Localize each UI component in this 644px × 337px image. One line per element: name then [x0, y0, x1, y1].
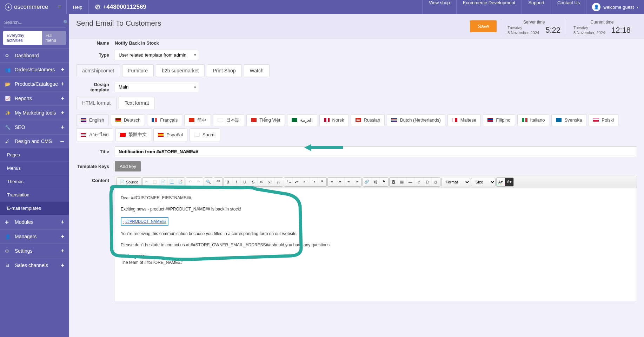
align-right-icon[interactable]: ≡ [345, 178, 353, 186]
undo-icon[interactable]: ↶ [186, 178, 194, 186]
top-link[interactable]: Ecommerce Development [457, 0, 522, 14]
logo[interactable]: ✦ oscommerce [0, 4, 53, 11]
image-icon[interactable]: 🖼 [390, 178, 398, 186]
language-tab[interactable]: Maltese [447, 114, 481, 126]
hamburger-icon[interactable]: ≡ [53, 4, 66, 10]
indent-icon[interactable]: ⇥ [310, 178, 318, 186]
bullet-list-icon[interactable]: •≡ [293, 178, 301, 186]
format-tab[interactable]: Text format [119, 97, 155, 109]
emoji-icon[interactable]: ☺ [415, 178, 423, 186]
shop-tab[interactable]: admshipcomet [76, 64, 120, 77]
align-left-icon[interactable]: ≡ [328, 178, 336, 186]
underline-icon[interactable]: U [241, 178, 249, 186]
subscript-icon[interactable]: x₂ [258, 178, 266, 186]
sidebar-item[interactable]: 📂Products/Catalogue+ [0, 77, 69, 91]
design-template-select[interactable]: Main [115, 82, 199, 92]
cut-icon[interactable]: ✂ [142, 178, 151, 186]
pagebreak-icon[interactable]: ⎙ [432, 178, 440, 186]
search-input-wrap[interactable]: 🔍 [4, 18, 66, 27]
align-center-icon[interactable]: ≡ [336, 178, 345, 186]
language-tab[interactable]: ภาษาไทย [76, 128, 113, 141]
phone[interactable]: ✆ +448000112569 [89, 4, 152, 11]
numbered-list-icon[interactable]: ⋮≡ [284, 178, 293, 186]
mode-full[interactable]: Full menu [42, 31, 66, 45]
size-select[interactable]: Size [471, 178, 496, 186]
language-tab[interactable]: 简中 [184, 114, 211, 126]
sidebar-item[interactable]: 👤Managers+ [0, 229, 69, 244]
language-tab[interactable]: Dutch (Netherlands) [387, 114, 445, 126]
bold-icon[interactable]: B [224, 178, 232, 186]
copy-icon[interactable]: 📋 [151, 178, 159, 186]
language-tab[interactable]: Tiếng Việt [246, 114, 285, 126]
hr-icon[interactable]: — [406, 178, 415, 186]
sidebar-subitem[interactable]: E-mail templates [0, 201, 69, 215]
remove-format-icon[interactable]: Iₓ [274, 178, 283, 186]
language-tab[interactable]: Suomi [190, 128, 220, 141]
language-tab[interactable]: Filipino [483, 114, 515, 126]
language-tab[interactable]: Svenska [551, 114, 586, 126]
superscript-icon[interactable]: x² [266, 178, 274, 186]
body-image-placeholder[interactable]: ##PRODUCT_NAME## [121, 217, 168, 226]
title-input[interactable] [115, 146, 637, 157]
sidebar-subitem[interactable]: Translation [0, 188, 69, 201]
sidebar-item[interactable]: ✨My Marketing tools+ [0, 105, 69, 120]
find-icon[interactable]: 🔍 [204, 178, 213, 186]
sidebar-item[interactable]: ✚Modules+ [0, 215, 69, 229]
sidebar-item[interactable]: 📈Reports+ [0, 91, 69, 105]
align-justify-icon[interactable]: ≡ [353, 178, 361, 186]
sidebar-item[interactable]: 🖥Sales channels+ [0, 258, 69, 272]
language-tab[interactable]: Deutsch [111, 114, 145, 126]
anchor-icon[interactable]: ⚑ [380, 178, 388, 186]
add-key-button[interactable]: Add key [115, 161, 141, 171]
table-icon[interactable]: ▦ [398, 178, 406, 186]
sidebar-item[interactable]: 🔧SEO+ [0, 120, 69, 134]
blockquote-icon[interactable]: ❝ [318, 178, 326, 186]
redo-icon[interactable]: ↷ [194, 178, 203, 186]
language-tab[interactable]: Español [153, 128, 187, 141]
bg-color-icon[interactable]: A▾ [505, 178, 513, 186]
language-tab[interactable]: RURussian [351, 114, 385, 126]
language-tab[interactable]: Norsk [319, 114, 349, 126]
search-icon[interactable]: 🔍 [63, 20, 69, 25]
italic-icon[interactable]: I [232, 178, 241, 186]
help-link[interactable]: Help [67, 5, 89, 10]
shop-tab[interactable]: Watch [244, 64, 270, 77]
search-input[interactable] [4, 20, 63, 25]
language-tab[interactable]: Français [147, 114, 182, 126]
top-link[interactable]: View shop [423, 0, 456, 14]
paste-word-icon[interactable]: 📑 [176, 178, 185, 186]
text-color-icon[interactable]: A▾ [497, 178, 505, 186]
language-tab[interactable]: العربية [287, 114, 317, 126]
unlink-icon[interactable]: ⛓ [371, 178, 380, 186]
language-tab[interactable]: 繁體中文 [115, 128, 151, 141]
strike-icon[interactable]: S [249, 178, 258, 186]
format-tab[interactable]: HTML format [76, 97, 117, 109]
source-button[interactable]: 📄 Source [117, 178, 141, 186]
sidebar-subitem[interactable]: Pages [0, 148, 69, 161]
special-char-icon[interactable]: Ω [423, 178, 432, 186]
language-tab[interactable]: English [76, 114, 109, 126]
user-menu[interactable]: 👤 welcome guest ▾ [586, 3, 644, 11]
sidebar-subitem[interactable]: Menus [0, 161, 69, 175]
top-link[interactable]: Contact Us [551, 0, 586, 14]
language-tab[interactable]: 日本語 [213, 114, 244, 126]
paste-icon[interactable]: 📄 [159, 178, 168, 186]
shop-tab[interactable]: b2b supermarket [156, 64, 205, 77]
sidebar-item[interactable]: 🖌Design and CMS− [0, 134, 69, 148]
shop-tab[interactable]: Print Shop [207, 64, 241, 77]
sidebar-item[interactable]: 👥Orders/Customers+ [0, 62, 69, 77]
top-link[interactable]: Support [522, 0, 551, 14]
mode-everyday[interactable]: Everyday activities [3, 31, 42, 45]
shop-tab[interactable]: Furniture [122, 64, 154, 77]
format-select[interactable]: Format [441, 178, 470, 186]
sidebar-subitem[interactable]: Themes [0, 175, 69, 188]
sidebar-item[interactable]: ⚙Settings+ [0, 244, 69, 258]
paste-text-icon[interactable]: 📃 [168, 178, 176, 186]
save-button[interactable]: Save [470, 20, 497, 32]
type-select[interactable]: User related template from admin [115, 50, 199, 60]
link-icon[interactable]: 🔗 [363, 178, 371, 186]
spellcheck-icon[interactable]: ᴬᴮ [214, 178, 223, 186]
editor-body[interactable]: Dear ##CUSTOMER_FIRSTNAME##, Exciting ne… [115, 188, 637, 301]
language-tab[interactable]: Polski [589, 114, 618, 126]
outdent-icon[interactable]: ⇤ [301, 178, 310, 186]
